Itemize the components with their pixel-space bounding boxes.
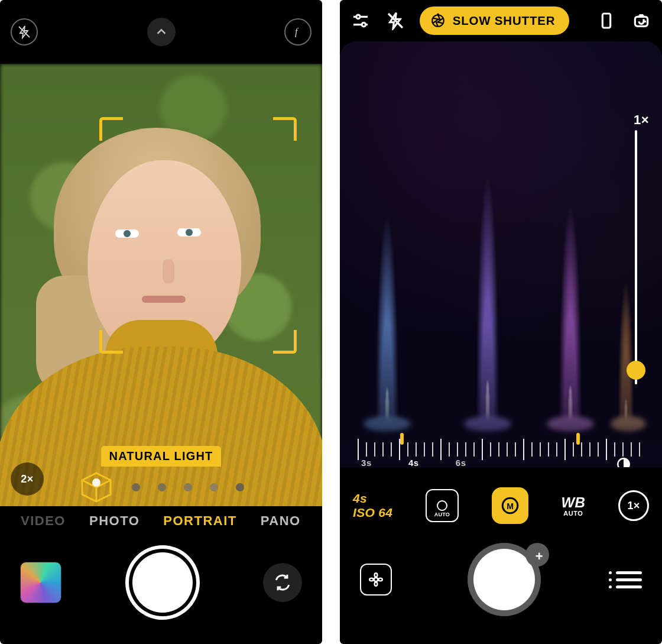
ios-camera-screen: f NATURAL LIGHT — [0, 0, 322, 644]
svg-point-23 — [374, 578, 378, 582]
lighting-option-dot[interactable] — [210, 483, 218, 491]
zoom-pill[interactable]: 2× — [11, 462, 44, 496]
ruler-label: 6s — [456, 458, 466, 467]
readout-shutter: 4s — [353, 491, 392, 506]
mode-photo[interactable]: PHOTO — [89, 513, 139, 529]
svg-line-13 — [437, 22, 443, 23]
focus-mode-button[interactable]: AUTO — [426, 489, 459, 522]
ruler-label: 4s — [408, 458, 419, 467]
lighting-option-dot[interactable] — [184, 483, 192, 491]
exposure-readout[interactable]: 4s ISO 64 — [353, 491, 392, 520]
mode-pill[interactable]: SLOW SHUTTER — [420, 7, 570, 35]
svg-point-17 — [437, 13, 439, 15]
contrast-icon[interactable] — [616, 457, 631, 467]
svg-text:f: f — [295, 27, 299, 37]
settings-sliders-icon[interactable] — [349, 8, 371, 34]
control-row: 4s ISO 64 AUTO M WB AUTO 1× — [340, 473, 662, 538]
ruler-marker[interactable] — [576, 433, 580, 445]
switch-camera-icon[interactable] — [263, 563, 302, 602]
phone-portrait-icon[interactable] — [595, 8, 617, 34]
svg-point-8 — [362, 22, 365, 26]
f-aperture-icon[interactable]: f — [284, 18, 311, 46]
svg-point-4 — [92, 478, 100, 487]
zoom-slider-track[interactable] — [635, 130, 637, 384]
svg-rect-18 — [602, 14, 610, 28]
cameraplus-screen: SLOW SHUTTER 1× — [340, 0, 662, 644]
flash-off-icon[interactable] — [11, 18, 38, 46]
svg-point-6 — [356, 15, 359, 18]
svg-point-24 — [375, 573, 378, 577]
svg-point-25 — [375, 582, 378, 586]
aperture-icon — [430, 13, 446, 28]
wb-label: WB — [561, 494, 585, 511]
gallery-flower-icon[interactable] — [360, 564, 392, 596]
viewfinder[interactable]: 1× 3s 4s 6s — [340, 41, 662, 467]
zoom-slider-knob[interactable] — [627, 361, 645, 380]
mode-pill-label: SLOW SHUTTER — [453, 14, 556, 28]
mode-selector[interactable]: VIDEO PHOTO PORTRAIT PANO — [0, 513, 322, 529]
menu-list-icon[interactable] — [616, 567, 642, 593]
shutter-time-ruler[interactable]: 3s 4s 6s — [358, 436, 644, 467]
lighting-option-dot[interactable] — [158, 483, 166, 491]
mode-portrait[interactable]: PORTRAIT — [163, 513, 236, 529]
ruler-labels: 3s 4s 6s — [358, 458, 644, 467]
readout-iso: ISO 64 — [353, 506, 392, 520]
last-photo-thumbnail[interactable] — [20, 562, 61, 603]
svg-line-16 — [433, 18, 439, 20]
shutter-button[interactable]: + — [473, 549, 535, 610]
portrait-focus-frame — [99, 117, 297, 354]
zoom-label: 1× — [634, 112, 649, 128]
top-bar: SLOW SHUTTER — [340, 0, 662, 41]
flash-off-icon[interactable] — [384, 8, 406, 34]
manual-mode-button[interactable]: M — [492, 487, 528, 524]
camera-rotate-icon[interactable] — [631, 8, 653, 34]
ios-top-bar: f — [0, 0, 322, 64]
svg-text:M: M — [507, 501, 514, 511]
ruler-label: 3s — [361, 458, 372, 467]
svg-point-10 — [432, 15, 444, 27]
shutter-button[interactable] — [132, 552, 193, 613]
mode-video[interactable]: VIDEO — [21, 513, 66, 529]
wb-mode: AUTO — [561, 510, 585, 517]
focus-mode-label: AUTO — [434, 512, 450, 517]
mode-pano[interactable]: PANO — [261, 513, 301, 529]
white-balance-button[interactable]: WB AUTO — [561, 494, 585, 517]
ruler-marker[interactable] — [400, 433, 404, 445]
chevron-up-icon[interactable] — [147, 18, 176, 46]
bottom-dock — [0, 545, 322, 644]
shutter-plus-icon[interactable]: + — [536, 549, 543, 564]
viewfinder[interactable]: NATURAL LIGHT 2× — [0, 64, 322, 506]
lighting-option-dot[interactable] — [132, 483, 140, 491]
svg-point-27 — [378, 578, 382, 581]
bottom-dock: + — [340, 538, 662, 644]
lighting-effects-row[interactable] — [0, 466, 322, 506]
lighting-cube-natural-icon[interactable] — [79, 470, 114, 505]
zoom-ring-button[interactable]: 1× — [618, 490, 649, 521]
lighting-option-dot[interactable] — [236, 483, 244, 491]
svg-point-26 — [369, 578, 374, 581]
lighting-badge: NATURAL LIGHT — [101, 446, 222, 467]
